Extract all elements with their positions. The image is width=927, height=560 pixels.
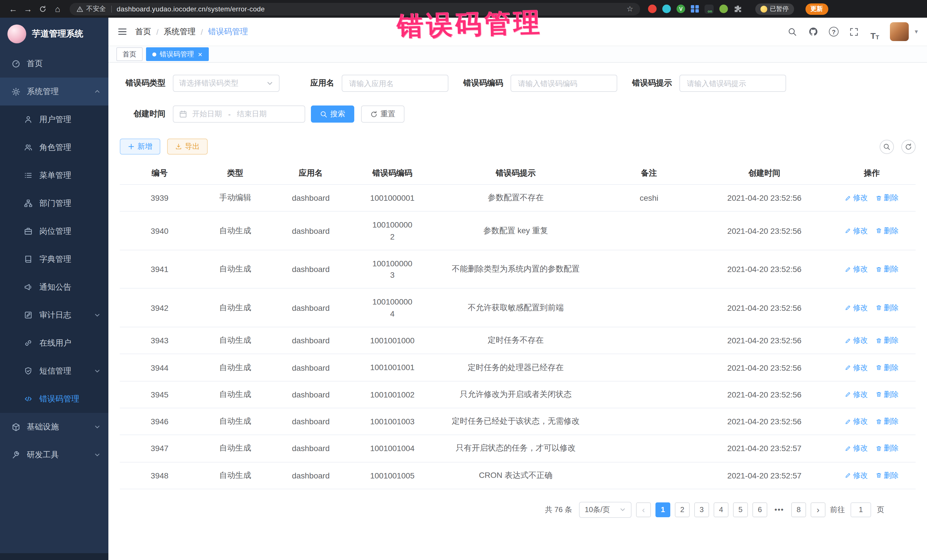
cell-remark [597, 408, 701, 435]
edit-link[interactable]: 修改 [845, 303, 868, 313]
fullscreen-icon[interactable] [846, 23, 863, 40]
delete-link[interactable]: 删除 [876, 363, 899, 373]
delete-link[interactable]: 删除 [876, 470, 899, 480]
puzzle-extensions-icon[interactable] [733, 4, 742, 14]
refresh-table-button[interactable] [901, 140, 916, 154]
megaphone-icon [24, 283, 33, 291]
cell-code: 100100000 3 [351, 250, 434, 288]
check-extension-icon[interactable]: V [676, 5, 685, 13]
delete-link[interactable]: 删除 [876, 264, 899, 274]
sidebar-item-notice-announcement[interactable]: 通知公告 [0, 273, 108, 301]
page-button-1[interactable]: 1 [655, 502, 670, 517]
record-extension-icon[interactable] [648, 5, 656, 13]
delete-icon [876, 472, 882, 478]
sidebar-item-dev-tools[interactable]: 研发工具 [0, 441, 108, 469]
url-bar[interactable]: 不安全 dashboard.yudao.iocoder.cn/system/er… [70, 3, 640, 15]
paused-badge[interactable]: 已暂停 [755, 3, 794, 15]
cell-hint: 参数配置 key 重复 [434, 212, 597, 250]
breadcrumb-home[interactable]: 首页 [135, 27, 151, 37]
page-button-8[interactable]: 8 [791, 502, 806, 517]
sidebar-item-infrastructure[interactable]: 基础设施 [0, 413, 108, 441]
breadcrumb-system-management[interactable]: 系统管理 [164, 27, 196, 37]
cell-app: dashboard [271, 435, 351, 462]
delete-link[interactable]: 删除 [876, 390, 899, 400]
edit-link[interactable]: 修改 [845, 443, 868, 454]
sidebar-item-user-management[interactable]: 用户管理 [0, 106, 108, 134]
browser-forward-icon[interactable]: → [21, 4, 35, 14]
delete-link[interactable]: 删除 [876, 193, 899, 203]
table-header-row: 编号 类型 应用名 错误码编码 错误码提示 备注 创建时间 操作 [120, 162, 916, 185]
translate-extension-icon[interactable]: on [704, 4, 713, 14]
page-button-6[interactable]: 6 [752, 502, 767, 517]
page-button-5[interactable]: 5 [733, 502, 748, 517]
tab-error-code-management[interactable]: 错误码管理 × [146, 47, 208, 61]
logo-avatar [8, 24, 26, 43]
update-button[interactable]: 更新 [805, 3, 828, 15]
edit-link[interactable]: 修改 [845, 193, 868, 203]
prev-page-button[interactable]: ‹ [636, 502, 651, 517]
code-icon [24, 395, 33, 403]
drop-extension-icon[interactable] [662, 5, 671, 13]
app-name-input[interactable] [342, 75, 448, 92]
error-code-input[interactable] [511, 75, 617, 92]
leaf-extension-icon[interactable] [719, 5, 728, 13]
edit-link[interactable]: 修改 [845, 363, 868, 373]
edit-link[interactable]: 修改 [845, 470, 868, 480]
browser-reload-icon[interactable] [35, 5, 50, 13]
toggle-search-button[interactable] [880, 140, 894, 154]
bookmark-star-icon[interactable]: ☆ [627, 5, 633, 13]
page-button-4[interactable]: 4 [714, 502, 728, 517]
page-ellipsis[interactable]: ••• [772, 502, 787, 517]
page-size-select[interactable]: 10条/页 [579, 502, 632, 518]
next-page-button[interactable]: › [811, 502, 825, 517]
goto-page-input[interactable] [851, 502, 871, 517]
delete-link[interactable]: 删除 [876, 416, 899, 426]
close-tab-icon[interactable]: × [198, 50, 202, 58]
sidebar-item-department-management[interactable]: 部门管理 [0, 189, 108, 217]
edit-link[interactable]: 修改 [845, 264, 868, 274]
download-icon [175, 143, 182, 150]
delete-link[interactable]: 删除 [876, 443, 899, 454]
add-button[interactable]: 新增 [120, 138, 160, 155]
user-avatar[interactable] [890, 22, 909, 41]
search-button[interactable]: 搜索 [311, 106, 354, 123]
create-time-range[interactable]: 开始日期 - 结束日期 [173, 106, 305, 123]
export-button[interactable]: 导出 [167, 138, 208, 155]
tab-home[interactable]: 首页 [116, 47, 143, 61]
logo[interactable]: 芋道管理系统 [0, 18, 108, 50]
error-type-select[interactable]: 请选择错误码类型 [173, 75, 280, 92]
page-button-3[interactable]: 3 [694, 502, 709, 517]
hamburger-icon[interactable] [117, 27, 127, 36]
sidebar-item-system-management[interactable]: 系统管理 [0, 77, 108, 106]
sidebar-item-online-users[interactable]: 在线用户 [0, 329, 108, 357]
edit-link[interactable]: 修改 [845, 335, 868, 346]
sidebar-item-audit-log[interactable]: 审计日志 [0, 301, 108, 329]
sidebar-item-post-management[interactable]: 岗位管理 [0, 217, 108, 245]
cell-code: 1001001000 [351, 327, 434, 354]
delete-link[interactable]: 删除 [876, 303, 899, 313]
sidebar-item-menu-management[interactable]: 菜单管理 [0, 161, 108, 189]
delete-link[interactable]: 删除 [876, 335, 899, 346]
sidebar-item-error-code-management[interactable]: 错误码管理 [0, 385, 108, 413]
help-icon[interactable]: ? [825, 23, 842, 40]
github-icon[interactable] [805, 23, 822, 40]
cell-operations: 修改 删除 [828, 435, 916, 462]
search-icon[interactable] [784, 23, 801, 40]
browser-back-icon[interactable]: ← [6, 4, 21, 14]
sidebar-item-role-management[interactable]: 角色管理 [0, 134, 108, 161]
edit-link[interactable]: 修改 [845, 226, 868, 236]
sidebar-item-home[interactable]: 首页 [0, 50, 108, 77]
edit-link[interactable]: 修改 [845, 416, 868, 426]
error-hint-input[interactable] [679, 75, 786, 92]
sidebar-item-dictionary-management[interactable]: 字典管理 [0, 245, 108, 273]
reset-button[interactable]: 重置 [361, 106, 404, 123]
grid-extension-icon[interactable] [691, 5, 699, 13]
edit-link[interactable]: 修改 [845, 390, 868, 400]
avatar-caret-icon[interactable]: ▾ [915, 28, 918, 35]
font-size-icon[interactable]: TT [866, 23, 883, 40]
delete-link[interactable]: 删除 [876, 226, 899, 236]
sidebar-item-sms-management[interactable]: 短信管理 [0, 357, 108, 385]
browser-home-icon[interactable]: ⌂ [50, 4, 65, 14]
cell-operations: 修改 删除 [828, 381, 916, 408]
page-button-2[interactable]: 2 [675, 502, 690, 517]
